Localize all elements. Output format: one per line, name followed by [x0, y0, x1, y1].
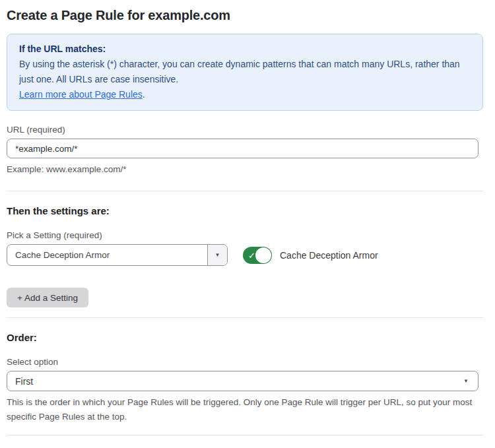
settings-section-heading: Then the settings are:	[7, 205, 483, 216]
order-select-value: First	[15, 376, 33, 387]
cache-deception-armor-toggle[interactable]: ✓	[243, 247, 272, 264]
link-suffix: .	[143, 89, 145, 100]
url-example-helper: Example: www.example.com/*	[7, 163, 483, 176]
url-match-info-box: If the URL matches: By using the asteris…	[7, 34, 483, 111]
info-box-link-line: Learn more about Page Rules.	[19, 87, 471, 102]
divider	[7, 435, 483, 435]
page-rule-form: Create a Page Rule for example.com If th…	[0, 0, 495, 448]
toggle-label: Cache Deception Armor	[280, 250, 378, 261]
pick-setting-label: Pick a Setting (required)	[7, 230, 483, 240]
chevron-down-icon: ▼	[463, 379, 469, 384]
setting-toggle-group: ✓ Cache Deception Armor	[243, 247, 378, 264]
toggle-knob	[255, 247, 271, 263]
add-setting-button[interactable]: + Add a Setting	[7, 288, 88, 307]
page-title: Create a Page Rule for example.com	[7, 8, 483, 23]
learn-more-link[interactable]: Learn more about Page Rules	[19, 89, 143, 100]
info-box-body: By using the asterisk (*) character, you…	[19, 57, 471, 87]
order-helper-text: This is the order in which your Page Rul…	[7, 395, 478, 424]
divider	[7, 317, 483, 318]
setting-select[interactable]: Cache Deception Armor ▼	[7, 244, 228, 266]
setting-row: Cache Deception Armor ▼ ✓ Cache Deceptio…	[7, 244, 483, 266]
url-input[interactable]	[7, 139, 478, 158]
setting-select-arrow-button[interactable]: ▼	[207, 245, 227, 265]
info-box-heading: If the URL matches:	[19, 42, 471, 57]
chevron-down-icon: ▼	[215, 253, 220, 258]
divider	[7, 191, 483, 191]
check-icon: ✓	[248, 251, 255, 259]
order-select[interactable]: First ▼	[7, 371, 478, 391]
order-section-heading: Order:	[7, 332, 483, 343]
setting-select-value: Cache Deception Armor	[7, 245, 207, 265]
order-select-label: Select option	[7, 357, 483, 367]
url-field-label: URL (required)	[7, 125, 483, 135]
